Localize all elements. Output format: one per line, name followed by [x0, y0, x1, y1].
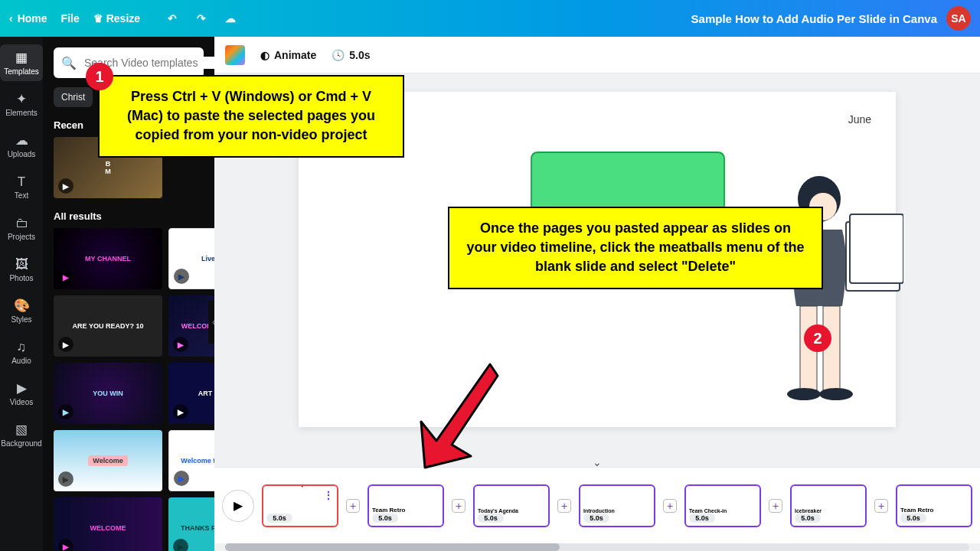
templates-icon: ▦: [15, 50, 28, 66]
duration-chip: 5.0s: [795, 514, 821, 523]
animate-icon: ◐: [260, 49, 270, 61]
arrow-icon: [413, 357, 505, 471]
rail-text[interactable]: TText: [0, 168, 43, 205]
home-button[interactable]: ‹ Home: [9, 12, 47, 24]
add-frame-button[interactable]: +: [346, 499, 360, 513]
top-icon-group: ↶ ↷ ☁: [165, 11, 238, 26]
add-frame-button[interactable]: +: [452, 499, 466, 513]
elements-icon: ✦: [16, 91, 27, 107]
rail-uploads[interactable]: ☁Uploads: [0, 127, 43, 164]
project-title[interactable]: Sample How to Add Audio Per Slide in Can…: [691, 12, 937, 25]
template-item[interactable]: ARE YOU READY? 10▶: [54, 295, 162, 357]
timeline: ▶ ▾ ⋮ 5.0s + Team Retro5.0s + Today's Ag…: [214, 467, 980, 543]
template-grid-all: MY CHANNEL▶ Live Webinar▶ ARE YOU READY?…: [54, 228, 204, 551]
rail-label: Projects: [8, 233, 35, 241]
avatar[interactable]: SA: [946, 6, 971, 31]
rail-audio[interactable]: ♫Audio: [0, 334, 43, 370]
chevron-down-icon[interactable]: ⌄: [593, 456, 602, 468]
slide-meta: MDM Company June: [323, 113, 871, 126]
play-button[interactable]: ▶: [222, 490, 254, 522]
play-icon: ▶: [173, 404, 188, 419]
duration-label: 5.0s: [349, 49, 370, 61]
timeline-frame[interactable]: Introduction5.0s: [579, 484, 655, 527]
template-item[interactable]: Welcome▶: [54, 430, 162, 491]
step-badge-2: 2: [804, 324, 831, 352]
play-icon: ▶: [174, 471, 189, 486]
play-icon: ▶: [173, 337, 188, 352]
resize-label: Resize: [106, 12, 140, 24]
duration-chip: 5.0s: [900, 514, 926, 523]
background-icon: ▧: [15, 422, 28, 438]
file-menu[interactable]: File: [61, 12, 80, 24]
add-frame-button[interactable]: +: [557, 499, 571, 513]
template-item[interactable]: YOU WIN▶: [54, 363, 162, 424]
meatballs-icon[interactable]: ⋮: [323, 489, 334, 501]
duration-chip: 5.0s: [372, 514, 398, 523]
search-icon: 🔍: [61, 56, 77, 70]
play-icon: ▶: [58, 178, 74, 194]
person-illustration: [766, 168, 903, 413]
duration-button[interactable]: 🕓5.0s: [332, 49, 370, 61]
rail-projects[interactable]: 🗀Projects: [0, 210, 43, 246]
template-item[interactable]: THANKS FOR WATCHING▶: [168, 497, 214, 551]
clock-icon: 🕓: [332, 49, 345, 61]
rail-elements[interactable]: ✦Elements: [0, 86, 43, 122]
folder-icon: 🗀: [15, 216, 28, 231]
animate-label: Animate: [274, 49, 316, 61]
rail-label: Elements: [5, 109, 38, 117]
palette-icon: 🎨: [14, 298, 30, 314]
rail-videos[interactable]: ▶Videos: [0, 375, 43, 412]
rail-photos[interactable]: 🖼Photos: [0, 251, 43, 288]
template-item[interactable]: Welcome to our new hire!▶: [168, 430, 214, 491]
template-item[interactable]: MY CHANNEL▶: [54, 228, 162, 289]
search-box: 🔍 ≡: [54, 47, 204, 78]
undo-icon[interactable]: ↶: [165, 11, 180, 26]
rail-label: Text: [15, 191, 28, 200]
play-icon: ▶: [58, 404, 74, 419]
cloud-sync-icon[interactable]: ☁: [223, 11, 238, 26]
template-item[interactable]: ART & DESIGN▶: [168, 363, 214, 424]
play-icon: ▶: [174, 269, 189, 284]
resize-menu[interactable]: ♛ Resize: [93, 12, 140, 24]
upload-icon: ☁: [15, 132, 28, 148]
canvas-toolbar: ◐Animate 🕓5.0s: [214, 37, 980, 73]
rail-label: Photos: [9, 274, 33, 282]
section-all: All results: [54, 210, 204, 222]
add-frame-button[interactable]: +: [874, 499, 888, 513]
timeline-frame[interactable]: Team Retro5.0s: [368, 484, 444, 527]
template-item[interactable]: WELCOME▶: [54, 497, 162, 551]
rail-styles[interactable]: 🎨Styles: [0, 292, 43, 329]
template-item[interactable]: WELCOME TO CHANNEL▶: [168, 295, 214, 357]
filter-chip[interactable]: Christ: [54, 87, 93, 107]
rail-label: Templates: [4, 67, 39, 76]
duration-chip: 5.0s: [266, 514, 292, 523]
rail-templates[interactable]: ▦Templates: [0, 44, 43, 81]
horizontal-scrollbar[interactable]: [225, 543, 969, 551]
timeline-frame[interactable]: Today's Agenda5.0s: [473, 484, 550, 527]
duration-chip: 5.0s: [478, 514, 504, 523]
timeline-frame[interactable]: Team Check-in5.0s: [684, 484, 761, 527]
chevron-left-icon: ‹: [9, 12, 13, 24]
top-bar: ‹ Home File ♛ Resize ↶ ↷ ☁ Sample How to…: [0, 0, 980, 37]
frames-track[interactable]: ▾ ⋮ 5.0s + Team Retro5.0s + Today's Agen…: [262, 484, 972, 527]
timeline-frame[interactable]: Team Retro5.0s: [896, 484, 972, 527]
timeline-frame[interactable]: ▾ ⋮ 5.0s: [262, 484, 338, 527]
animate-button[interactable]: ◐Animate: [260, 49, 316, 61]
add-frame-button[interactable]: +: [663, 499, 677, 513]
redo-icon[interactable]: ↷: [194, 11, 209, 26]
play-icon: ▶: [58, 471, 74, 487]
play-icon: ▶: [58, 269, 74, 285]
color-swatch[interactable]: [225, 45, 245, 65]
scrollbar-thumb[interactable]: [225, 543, 560, 551]
play-icon: ▶: [58, 337, 74, 352]
timeline-frame[interactable]: Icebreaker5.0s: [790, 484, 867, 527]
panel-collapse-handle[interactable]: ‹: [208, 301, 214, 344]
duration-chip: 5.0s: [583, 514, 609, 523]
rail-background[interactable]: ▧Background: [0, 416, 43, 453]
callout-2: Once the pages you pasted appear as slid…: [448, 207, 823, 289]
duration-chip: 5.0s: [689, 514, 715, 523]
template-item[interactable]: Live Webinar▶: [168, 228, 214, 289]
rail-label: Videos: [10, 398, 33, 406]
add-frame-button[interactable]: +: [769, 499, 782, 513]
play-icon: ▶: [58, 539, 74, 551]
